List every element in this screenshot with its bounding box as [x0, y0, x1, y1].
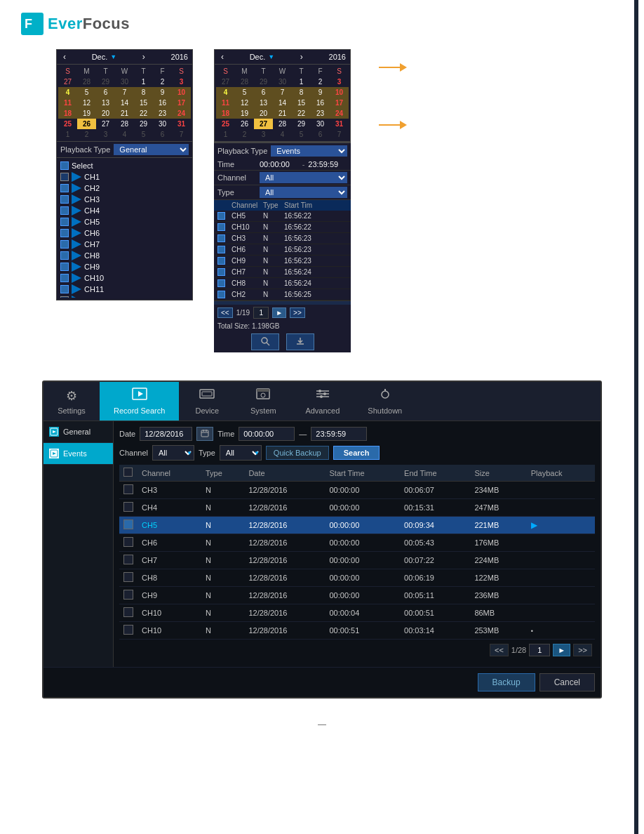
nav-settings[interactable]: ⚙ Settings	[43, 382, 100, 421]
rcal-day-11[interactable]: 11	[216, 98, 235, 108]
cal-day-1[interactable]: 1	[134, 77, 153, 87]
events-first-btn[interactable]: <<	[217, 307, 233, 318]
playback-type-select-right[interactable]: Events	[271, 145, 347, 157]
rcal-day-28b[interactable]: 28	[273, 119, 292, 129]
rcal-day-30a[interactable]: 30	[273, 77, 292, 87]
events-page-go-btn[interactable]: ►	[272, 307, 286, 318]
rcal-day-23[interactable]: 23	[311, 108, 330, 119]
cal-day-12[interactable]: 12	[77, 98, 96, 108]
rcal-day-n1[interactable]: 1	[216, 129, 235, 140]
ch9-play-btn[interactable]	[72, 262, 81, 272]
search-type-select[interactable]: All	[220, 445, 262, 461]
events-download-btn[interactable]	[286, 333, 314, 350]
ch2-checkbox[interactable]	[60, 184, 69, 192]
ch6-checkbox[interactable]	[60, 229, 69, 237]
table-first-page-btn[interactable]: <<	[490, 644, 509, 656]
rcal-day-19[interactable]: 19	[235, 108, 254, 119]
ch12-checkbox[interactable]	[60, 296, 69, 298]
cal-day-31[interactable]: 31	[172, 119, 191, 129]
events-type-select[interactable]: All	[260, 187, 347, 198]
calendar-picker-btn[interactable]	[196, 427, 213, 441]
rcal-day-17[interactable]: 17	[330, 98, 349, 108]
cal-day-n1[interactable]: 1	[58, 129, 77, 140]
cal-day-24[interactable]: 24	[172, 108, 191, 119]
ch1-checkbox[interactable]	[60, 173, 69, 181]
rcal-day-29b[interactable]: 29	[292, 119, 311, 129]
rcal-day-n5[interactable]: 5	[292, 129, 311, 140]
cal-day-4[interactable]: 4	[58, 87, 77, 98]
row-ch5-playback[interactable]: ▶	[527, 517, 595, 534]
cal-day-14[interactable]: 14	[115, 98, 134, 108]
rcal-day-n2[interactable]: 2	[235, 129, 254, 140]
rcal-day-27b[interactable]: 27	[254, 119, 273, 129]
cancel-button[interactable]: Cancel	[539, 673, 595, 691]
events-search-btn[interactable]	[251, 333, 279, 350]
cal-day-9[interactable]: 9	[153, 87, 172, 98]
nav-device[interactable]: Device	[179, 382, 235, 421]
cal-day-13[interactable]: 13	[96, 98, 115, 108]
ch7-checkbox[interactable]	[60, 240, 69, 249]
quick-backup-btn[interactable]: Quick Backup	[266, 446, 329, 460]
rcal-day-4[interactable]: 4	[216, 87, 235, 98]
ch2-play-btn[interactable]	[72, 183, 81, 193]
ch4-checkbox[interactable]	[60, 206, 69, 215]
rcal-day-22[interactable]: 22	[292, 108, 311, 119]
ch8-checkbox[interactable]	[60, 251, 69, 260]
cal-day-30b[interactable]: 30	[153, 119, 172, 129]
cal-day-6[interactable]: 6	[96, 87, 115, 98]
ch8-play-btn[interactable]	[72, 251, 81, 260]
ch11-checkbox[interactable]	[60, 285, 69, 293]
rcal-day-14[interactable]: 14	[273, 98, 292, 108]
evt-row-ch2-check[interactable]	[217, 291, 225, 298]
rcal-day-24[interactable]: 24	[330, 108, 349, 119]
cal-day-n5[interactable]: 5	[134, 129, 153, 140]
backup-button[interactable]: Backup	[478, 673, 535, 691]
row-ch9-checkbox[interactable]	[123, 590, 133, 600]
cal-day-28b[interactable]: 28	[115, 119, 134, 129]
ch1-play-btn[interactable]	[72, 172, 81, 182]
search-button[interactable]: Search	[333, 446, 380, 460]
ch3-checkbox[interactable]	[60, 195, 69, 204]
ch10-checkbox[interactable]	[60, 274, 69, 282]
row-ch3-checkbox[interactable]	[123, 484, 133, 494]
cal-day-15[interactable]: 15	[134, 98, 153, 108]
cal-day-n7[interactable]: 7	[172, 129, 191, 140]
rcal-day-25[interactable]: 25	[216, 119, 235, 129]
row-ch10a-checkbox[interactable]	[123, 607, 133, 617]
ch3-play-btn[interactable]	[72, 194, 81, 204]
evt-row-ch10a-check[interactable]	[217, 223, 225, 231]
rcal-day-3[interactable]: 3	[330, 77, 349, 87]
row-ch5-checkbox[interactable]	[123, 519, 133, 529]
evt-row-ch9-check[interactable]	[217, 257, 225, 265]
rcal-day-5[interactable]: 5	[235, 87, 254, 98]
cal-day-n2[interactable]: 2	[77, 129, 96, 140]
cal-left-next-btn[interactable]: ›	[140, 52, 147, 62]
cal-right-prev-btn[interactable]: ‹	[219, 52, 226, 62]
cal-day-n4[interactable]: 4	[115, 129, 134, 140]
cal-day-27a[interactable]: 27	[58, 77, 77, 87]
ch4-play-btn[interactable]	[72, 206, 81, 216]
rcal-day-30b[interactable]: 30	[311, 119, 330, 129]
cal-day-30a[interactable]: 30	[115, 77, 134, 87]
rcal-day-27a[interactable]: 27	[216, 77, 235, 87]
play-btn-ch5[interactable]: ▶	[531, 520, 537, 530]
ch6-play-btn[interactable]	[72, 228, 81, 238]
rcal-day-13[interactable]: 13	[254, 98, 273, 108]
cal-day-18[interactable]: 18	[58, 108, 77, 119]
select-all-table-checkbox[interactable]	[123, 468, 133, 477]
rcal-day-7[interactable]: 7	[273, 87, 292, 98]
cal-day-17[interactable]: 17	[172, 98, 191, 108]
select-all-checkbox[interactable]	[60, 161, 69, 170]
events-page-input[interactable]	[253, 307, 269, 319]
search-time-end-input[interactable]	[311, 427, 367, 441]
ch11-play-btn[interactable]	[72, 284, 81, 294]
ch9-checkbox[interactable]	[60, 263, 69, 271]
nav-system[interactable]: System	[235, 382, 291, 421]
cal-day-2[interactable]: 2	[153, 77, 172, 87]
rcal-day-12[interactable]: 12	[235, 98, 254, 108]
cal-day-7[interactable]: 7	[115, 87, 134, 98]
cal-day-21[interactable]: 21	[115, 108, 134, 119]
sidebar-general[interactable]: General	[43, 421, 113, 443]
cal-day-29a[interactable]: 29	[96, 77, 115, 87]
table-last-page-btn[interactable]: >>	[573, 644, 592, 656]
